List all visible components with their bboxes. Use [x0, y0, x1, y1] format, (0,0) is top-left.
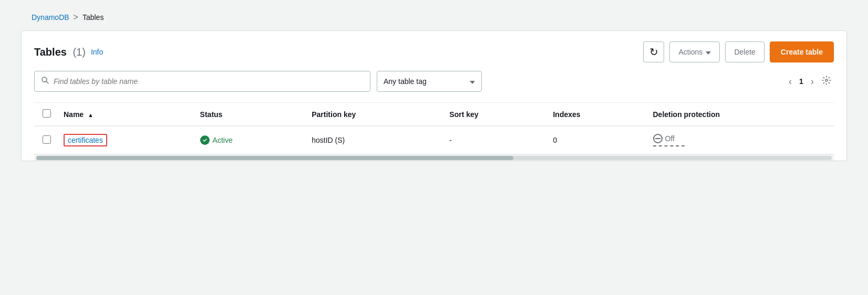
status-active-badge: Active [200, 135, 295, 145]
tag-select-label: Any table tag [384, 77, 427, 86]
create-table-label: Create table [781, 48, 823, 56]
status-active-label: Active [213, 136, 233, 144]
card-title-group: Tables (1) Info [34, 46, 103, 58]
card-title: Tables (1) [34, 46, 86, 58]
col-sort-key: Sort key [441, 103, 544, 127]
partition-key-value: hostID (S) [312, 136, 345, 144]
table-container: Name ▲ Status Partition key Sort key Ind… [34, 102, 834, 161]
indexes-value: 0 [553, 136, 557, 144]
scrollbar-thumb [36, 156, 513, 160]
dashed-underline [653, 145, 685, 146]
svg-line-1 [46, 81, 48, 83]
col-name[interactable]: Name ▲ [55, 103, 192, 127]
status-active-icon [200, 135, 210, 145]
col-indexes-label: Indexes [553, 110, 580, 119]
search-input[interactable] [54, 77, 364, 86]
col-indexes: Indexes [544, 103, 644, 127]
tag-select[interactable]: Any table tag [377, 71, 482, 92]
row-checkbox[interactable] [43, 135, 51, 144]
tables-table: Name ▲ Status Partition key Sort key Ind… [34, 102, 834, 154]
card-count: (1) [73, 46, 85, 58]
select-all-checkbox[interactable] [43, 109, 51, 118]
row-deletion-protection-cell: Off [645, 126, 834, 154]
col-deletion-protection-label: Deletion protection [653, 110, 720, 119]
sort-asc-icon: ▲ [88, 112, 94, 118]
prev-page-button[interactable]: ‹ [787, 75, 794, 88]
card-header: Tables (1) Info ↻ Actions Delete Create … [34, 41, 834, 62]
row-status-cell: Active [192, 126, 304, 154]
select-all-col [34, 103, 55, 127]
col-partition-key: Partition key [303, 103, 441, 127]
filter-row: Any table tag ‹ 1 › [34, 71, 834, 92]
svg-point-2 [825, 79, 828, 81]
delete-button[interactable]: Delete [725, 41, 764, 62]
page-number: 1 [797, 77, 805, 86]
create-table-button[interactable]: Create table [770, 41, 834, 62]
breadcrumb-current: Tables [82, 13, 104, 22]
sort-key-value: - [449, 136, 452, 144]
row-indexes-cell: 0 [544, 126, 644, 154]
search-icon [41, 76, 49, 87]
row-checkbox-cell [34, 126, 55, 154]
refresh-button[interactable]: ↻ [643, 41, 664, 62]
table-header-row: Name ▲ Status Partition key Sort key Ind… [34, 103, 834, 127]
row-sort-key-cell: - [441, 126, 544, 154]
breadcrumb-separator: > [74, 13, 78, 22]
pagination: ‹ 1 › [787, 74, 834, 89]
actions-button[interactable]: Actions [669, 41, 720, 62]
tag-select-chevron-icon [470, 77, 475, 86]
col-name-label: Name [64, 110, 84, 119]
breadcrumb: DynamoDB > Tables [0, 13, 868, 30]
table-settings-button[interactable] [819, 74, 834, 89]
actions-label: Actions [678, 48, 702, 56]
breadcrumb-parent-link[interactable]: DynamoDB [32, 13, 69, 22]
main-card: Tables (1) Info ↻ Actions Delete Create … [21, 30, 847, 161]
table-name-link[interactable]: certificates [64, 134, 107, 146]
card-title-text: Tables [34, 46, 67, 58]
card-actions: ↻ Actions Delete Create table [643, 41, 834, 62]
row-name-cell: certificates [55, 126, 192, 154]
table-row: certificates Active [34, 126, 834, 154]
off-icon [653, 134, 663, 143]
horizontal-scrollbar[interactable] [34, 154, 834, 161]
info-link[interactable]: Info [91, 48, 103, 56]
search-box [34, 71, 370, 92]
col-status: Status [192, 103, 304, 127]
col-deletion-protection: Deletion protection [645, 103, 834, 127]
col-sort-key-label: Sort key [449, 110, 478, 119]
delete-label: Delete [734, 48, 755, 56]
deletion-protection-value: Off [665, 134, 675, 143]
col-status-label: Status [200, 110, 223, 119]
deletion-protection-off-badge: Off [653, 134, 826, 143]
row-partition-key-cell: hostID (S) [303, 126, 441, 154]
scrollbar-track [36, 156, 832, 160]
actions-chevron-icon [706, 48, 711, 56]
col-partition-key-label: Partition key [312, 110, 356, 119]
next-page-button[interactable]: › [809, 75, 816, 88]
refresh-icon: ↻ [649, 46, 658, 58]
